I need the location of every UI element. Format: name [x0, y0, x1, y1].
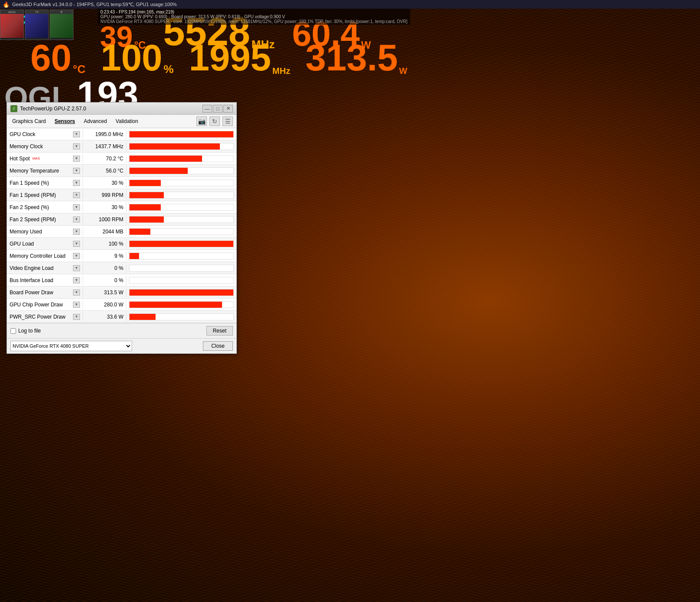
sensor-row: Memory Clock ▼ 1437.7 MHz	[7, 140, 236, 153]
sensor-dropdown[interactable]: ▼	[73, 314, 80, 320]
gpuz-titlebar[interactable]: Z TechPowerUp GPU-Z 2.57.0 — □ ✕	[7, 103, 236, 115]
gpuz-menu-icons: 📷 ↻ ☰	[196, 116, 233, 126]
sensor-bar-cell	[126, 226, 236, 237]
sensor-label: Fan 1 Speed (%)	[10, 180, 49, 186]
gpu-select[interactable]: NVIDIA GeForce RTX 4080 SUPER	[10, 341, 132, 351]
sensor-name-cell: Fan 2 Speed (%) ▼	[7, 203, 83, 212]
sensor-dropdown[interactable]: ▼	[73, 289, 80, 296]
sensor-name-wrap: GPU Clock	[10, 131, 73, 137]
furmark-stats-overlay: 0:23:43 - FPS:194 (min:165, max:219) GPU…	[98, 9, 410, 25]
gpu-load-2-val: 100	[101, 39, 163, 76]
mini-win-3[interactable]: B	[50, 10, 73, 40]
sensor-row: Fan 2 Speed (RPM) ▼ 1000 RPM	[7, 213, 236, 226]
sensor-bar-cell	[126, 275, 236, 286]
sensor-row: GPU Load ▼ 100 %	[7, 238, 236, 250]
sensor-value-cell: 30 %	[83, 178, 126, 188]
mas-badge: MAS	[33, 156, 40, 160]
sensor-name-cell: Fan 1 Speed (RPM) ▼	[7, 190, 83, 200]
sensor-dropdown[interactable]: ▼	[73, 204, 80, 210]
minimize-button[interactable]: —	[202, 105, 212, 113]
sensor-label: Memory Clock	[10, 143, 43, 150]
sensor-dropdown[interactable]: ▼	[73, 265, 80, 271]
sensor-name-cell: GPU Load ▼	[7, 239, 83, 249]
sensor-label: Memory Used	[10, 229, 42, 235]
maximize-button[interactable]: □	[213, 105, 222, 113]
sensor-row: GPU Clock ▼ 1995.0 MHz	[7, 128, 236, 140]
sensor-bar-bg	[129, 301, 234, 308]
sensor-bar-cell	[126, 263, 236, 274]
sensor-bar-cell	[126, 153, 236, 164]
menu-button[interactable]: ☰	[222, 116, 233, 126]
sensor-bar-fill	[129, 204, 161, 210]
sensor-row: Memory Used ▼ 2044 MB	[7, 226, 236, 238]
sensor-name-wrap: Hot Spot MAS	[10, 156, 73, 162]
tab-sensors[interactable]: Sensors	[53, 117, 76, 125]
sensor-label: Bus Interface Load	[10, 277, 53, 283]
sensor-dropdown[interactable]: ▼	[73, 143, 80, 150]
sensor-dropdown[interactable]: ▼	[73, 302, 80, 308]
sensor-name-wrap: Fan 2 Speed (RPM)	[10, 216, 73, 223]
sensor-dropdown[interactable]: ▼	[73, 277, 80, 283]
sensor-bar-bg	[129, 265, 234, 272]
sensor-bar-cell	[126, 238, 236, 249]
sensor-bar-cell	[126, 202, 236, 213]
sensors-scroll-area[interactable]: GPU Clock ▼ 1995.0 MHz Memory Clock ▼ 14…	[7, 128, 236, 323]
sensor-name-cell: Fan 2 Speed (RPM) ▼	[7, 215, 83, 224]
gpuz-title-text: TechPowerUp GPU-Z 2.57.0	[20, 106, 86, 112]
sensor-bar-bg	[129, 313, 234, 320]
sensor-name-wrap: Fan 2 Speed (%)	[10, 204, 73, 210]
mini-win-label-1: ames	[0, 10, 23, 14]
gpu-mhz-2-unit: MHz	[272, 66, 290, 76]
sensor-row: Bus Interface Load ▼ 0 %	[7, 274, 236, 286]
sensor-bar-cell	[126, 141, 236, 152]
sensor-name-cell: Memory Clock ▼	[7, 142, 83, 151]
sensor-label: Fan 2 Speed (%)	[10, 204, 49, 210]
sensor-bar-fill	[129, 302, 222, 308]
sensor-value-cell: 30 %	[83, 203, 126, 212]
sensor-bar-cell	[126, 129, 236, 140]
sensor-bar-bg	[129, 204, 234, 211]
sensor-label: GPU Clock	[10, 131, 35, 137]
sensor-bar-fill	[129, 314, 156, 320]
sensor-name-wrap: PWR_SRC Power Draw	[10, 314, 73, 320]
sensor-value-cell: 1437.7 MHz	[83, 142, 126, 151]
sensor-bar-fill	[129, 229, 150, 235]
tab-graphics-card[interactable]: Graphics Card	[10, 117, 47, 125]
sensor-label: Fan 1 Speed (RPM)	[10, 192, 56, 198]
log-to-file-label: Log to file	[18, 328, 41, 334]
sensor-dropdown[interactable]: ▼	[73, 168, 80, 174]
sensor-dropdown[interactable]: ▼	[73, 253, 80, 259]
gpuz-logo: Z	[10, 105, 17, 112]
sensor-dropdown[interactable]: ▼	[73, 156, 80, 162]
gpu-power-2-unit: W	[399, 66, 408, 76]
sensor-dropdown[interactable]: ▼	[73, 192, 80, 198]
sensor-label: Board Power Draw	[10, 289, 53, 296]
log-to-file-checkbox[interactable]	[10, 328, 16, 334]
sensor-row: Fan 2 Speed (%) ▼ 30 %	[7, 201, 236, 213]
sensor-dropdown[interactable]: ▼	[73, 241, 80, 247]
gpuz-menubar: Graphics Card Sensors Advanced Validatio…	[7, 115, 236, 128]
sensor-dropdown[interactable]: ▼	[73, 216, 80, 223]
tab-advanced[interactable]: Advanced	[82, 117, 109, 125]
close-window-button[interactable]: ✕	[223, 105, 233, 113]
camera-button[interactable]: 📷	[196, 116, 207, 126]
sensor-bar-bg	[129, 180, 234, 186]
sensor-bar-bg	[129, 277, 234, 284]
mini-win-2[interactable]: 74	[25, 10, 49, 40]
mini-win-1[interactable]: ames	[0, 10, 24, 40]
close-button[interactable]: Close	[203, 341, 233, 351]
sensor-bar-bg	[129, 192, 234, 199]
sensor-dropdown[interactable]: ▼	[73, 180, 80, 186]
tab-validation[interactable]: Validation	[114, 117, 140, 125]
sensor-dropdown[interactable]: ▼	[73, 131, 80, 137]
gpu-temp-2: 60 °C	[30, 39, 86, 76]
refresh-button[interactable]: ↻	[209, 116, 220, 126]
sensor-name-wrap: GPU Load	[10, 241, 73, 247]
reset-button[interactable]: Reset	[206, 326, 233, 336]
sensor-value-cell: 280.0 W	[83, 300, 126, 309]
sensor-label: Hot Spot	[10, 156, 30, 162]
sensor-bar-bg	[129, 253, 234, 259]
sensor-name-wrap: Video Engine Load	[10, 265, 73, 271]
gpuz-title-left: Z TechPowerUp GPU-Z 2.57.0	[10, 105, 86, 112]
sensor-dropdown[interactable]: ▼	[73, 229, 80, 235]
